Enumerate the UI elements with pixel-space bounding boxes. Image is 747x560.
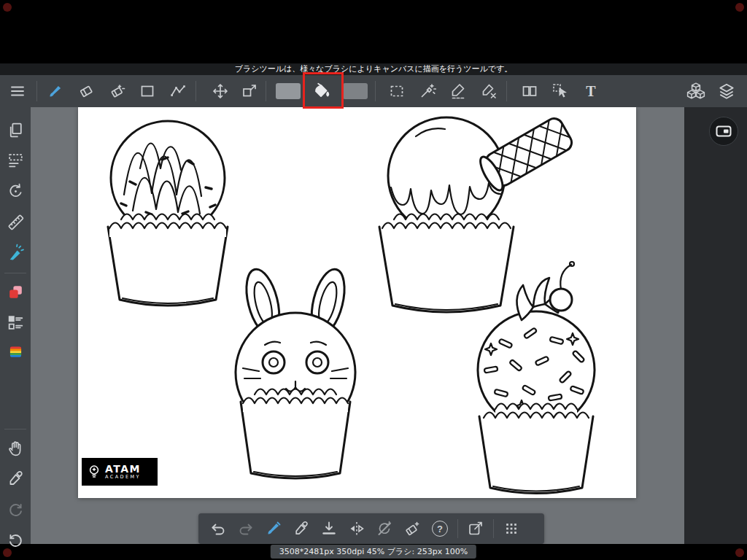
grid-handle-button[interactable]: [498, 514, 525, 543]
soft-eraser-icon: [108, 82, 125, 100]
save-button[interactable]: [315, 514, 343, 543]
help-button[interactable]: ?: [426, 514, 454, 543]
airbrush-button[interactable]: [1, 241, 29, 264]
paint-app-window: ブラシツールは、様々なブラシによりキャンバスに描画を行うツールです。: [0, 0, 747, 560]
screen-corner-artifact: [3, 548, 12, 557]
eraser-icon: [77, 82, 95, 100]
brush-mode-button[interactable]: [260, 514, 287, 543]
menu-button[interactable]: [3, 75, 32, 107]
eyedropper-button[interactable]: [1, 467, 29, 490]
eraser-tool-button[interactable]: [71, 75, 101, 107]
magic-wand-icon: [419, 82, 436, 100]
color-swatch-right[interactable]: [343, 83, 368, 99]
undo-button[interactable]: [204, 514, 232, 543]
artwork-cupcake-drizzle: [108, 121, 228, 306]
color-swatch-left[interactable]: [276, 83, 301, 99]
flip-horizontal-icon: [348, 520, 365, 537]
eyedropper-icon: [7, 470, 25, 488]
marquee-select-icon: [388, 82, 406, 100]
polyline-icon: [169, 82, 187, 100]
tool-tooltip-text: ブラシツールは、様々なブラシによりキャンバスに描画を行うツールです。: [0, 63, 747, 75]
canvas-artwork: [78, 107, 636, 498]
toolbar-divider: [196, 81, 196, 101]
eyedropper-icon: [293, 520, 310, 537]
transform-tool-button[interactable]: [235, 75, 264, 107]
ruler-icon: [7, 213, 25, 231]
share-icon: [467, 520, 484, 537]
top-toolbar: T: [0, 75, 747, 107]
deselect-pen-tool-button[interactable]: [474, 75, 503, 107]
brush-icon: [47, 82, 64, 100]
right-panel-background: [684, 107, 747, 544]
redo-button[interactable]: [1, 497, 29, 521]
lightbulb-icon: [87, 464, 101, 480]
logo-subtitle: ACADEMY: [105, 475, 141, 480]
left-sidebar: [0, 107, 31, 544]
clear-eraser-icon: [403, 520, 421, 537]
move-tool-button[interactable]: [206, 75, 235, 107]
save-download-icon: [320, 520, 338, 537]
rotate-view-icon: [7, 182, 25, 201]
hand-tool-button[interactable]: [1, 436, 29, 459]
select-rect-tool-button[interactable]: [382, 75, 411, 107]
toolbar-divider: [493, 519, 494, 538]
undo-icon: [7, 531, 25, 549]
panel-window-icon: [715, 122, 732, 140]
text-tool-button[interactable]: T: [576, 75, 605, 107]
share-export-button[interactable]: [462, 514, 489, 543]
artwork-cupcake-bunny: [236, 266, 355, 478]
select-pen-tool-button[interactable]: [444, 75, 473, 107]
flip-canvas-button[interactable]: [343, 514, 371, 543]
screen-corner-artifact: [3, 3, 12, 12]
pages-button[interactable]: [1, 118, 29, 141]
toolbar-divider: [36, 81, 37, 101]
sidebar-divider: [4, 429, 26, 429]
rectangle-icon: [139, 82, 156, 100]
grid-dots-icon: [503, 521, 519, 537]
rotate-disabled-icon: [376, 520, 393, 537]
layers-panel-button[interactable]: [712, 75, 741, 107]
brush-tool-button[interactable]: [41, 75, 70, 107]
polyline-tool-button[interactable]: [163, 75, 193, 107]
divide-tool-button[interactable]: [515, 75, 544, 107]
eyedropper-button[interactable]: [287, 514, 315, 543]
magic-wand-tool-button[interactable]: [413, 75, 442, 107]
rotate-canvas-button[interactable]: [371, 514, 398, 543]
shape-rect-tool-button[interactable]: [133, 75, 162, 107]
toolbar-divider: [457, 519, 458, 538]
rainbow-icon: [7, 343, 25, 361]
material-3d-button[interactable]: [681, 75, 711, 107]
move-icon: [212, 82, 229, 100]
soft-eraser-tool-button[interactable]: [102, 75, 131, 107]
ruler-button[interactable]: [1, 210, 29, 233]
hand-icon: [7, 439, 25, 457]
toolbar-divider: [375, 81, 376, 101]
redo-icon: [237, 520, 255, 537]
atam-academy-logo: ATAM ACADEMY: [82, 458, 158, 486]
cubes-icon: [686, 82, 705, 101]
canvas-status-text: 3508*2481px 350dpi 45% ブラシ: 253px 100%: [271, 545, 476, 559]
material-list-button[interactable]: [1, 311, 29, 334]
transform-icon: [241, 82, 258, 100]
rotate-reset-button[interactable]: [1, 179, 29, 203]
airbrush-icon: [7, 244, 25, 262]
brush-icon: [265, 520, 282, 537]
color-palette-button[interactable]: [1, 280, 29, 303]
help-icon: ?: [432, 521, 448, 537]
drawing-canvas[interactable]: [78, 107, 636, 498]
bucket-tool-button[interactable]: [303, 75, 338, 107]
redo-button[interactable]: [232, 514, 260, 543]
undo-icon: [209, 520, 227, 537]
select-pen-icon: [449, 82, 467, 100]
screen-corner-artifact: [735, 3, 744, 12]
select-layer-button[interactable]: [1, 149, 29, 172]
rainbow-color-button[interactable]: [1, 340, 29, 363]
object-select-tool-button[interactable]: [546, 75, 575, 107]
paint-bucket-icon: [311, 82, 330, 101]
floating-panel-toggle-button[interactable]: [709, 117, 738, 146]
layers-icon: [717, 82, 736, 101]
redo-icon: [7, 500, 25, 518]
palette-icon: [7, 283, 25, 301]
artwork-cupcake-wafer: [379, 107, 587, 312]
clear-canvas-button[interactable]: [398, 514, 426, 543]
